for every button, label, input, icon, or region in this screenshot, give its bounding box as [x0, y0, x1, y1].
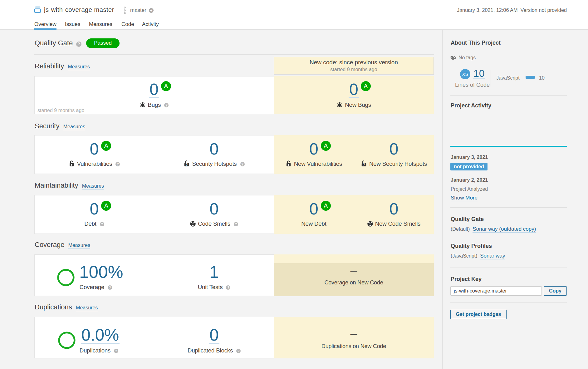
svg-text:?: ? [186, 163, 188, 166]
svg-text:?: ? [363, 163, 365, 166]
